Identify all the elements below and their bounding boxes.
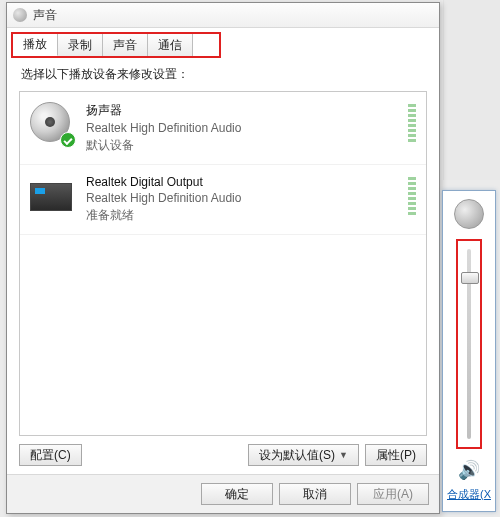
app-icon: [13, 8, 27, 22]
mixer-link[interactable]: 合成器(X: [447, 487, 491, 502]
tab-record[interactable]: 录制: [58, 34, 103, 56]
set-default-button[interactable]: 设为默认值(S) ▼: [248, 444, 359, 466]
spdif-icon: [30, 183, 72, 211]
apply-button[interactable]: 应用(A): [357, 483, 429, 505]
device-item[interactable]: Realtek Digital Output Realtek High Defi…: [20, 165, 426, 235]
volume-slider[interactable]: [467, 249, 471, 439]
titlebar: 声音: [7, 3, 439, 28]
device-text: 扬声器 Realtek High Definition Audio 默认设备: [86, 102, 241, 154]
tab-sound[interactable]: 声音: [103, 34, 148, 56]
dialog-button-row: 确定 取消 应用(A): [7, 474, 439, 513]
level-meter: [408, 175, 416, 215]
device-list[interactable]: 扬声器 Realtek High Definition Audio 默认设备 R…: [19, 91, 427, 436]
device-status: 默认设备: [86, 137, 241, 154]
window-title: 声音: [33, 7, 57, 24]
prompt-text: 选择以下播放设备来修改设置：: [7, 58, 439, 87]
device-driver: Realtek High Definition Audio: [86, 121, 241, 135]
device-name: 扬声器: [86, 102, 241, 119]
ok-button[interactable]: 确定: [201, 483, 273, 505]
device-name: Realtek Digital Output: [86, 175, 241, 189]
device-icon-wrap: [30, 175, 74, 219]
list-button-row: 配置(C) 设为默认值(S) ▼ 属性(P): [7, 436, 439, 474]
sound-dialog: 声音 播放 录制 声音 通信 选择以下播放设备来修改设置： 扬声器 Realte…: [6, 2, 440, 514]
background-artifact: [443, 0, 500, 180]
device-text: Realtek Digital Output Realtek High Defi…: [86, 175, 241, 224]
volume-slider-thumb[interactable]: [461, 272, 479, 284]
level-meter: [408, 102, 416, 142]
tab-playback[interactable]: 播放: [13, 34, 58, 56]
speaker-volume-icon[interactable]: 🔊: [458, 459, 480, 481]
volume-popup: 🔊 合成器(X: [442, 190, 496, 512]
chevron-down-icon: ▼: [339, 450, 348, 460]
device-status: 准备就绪: [86, 207, 241, 224]
set-default-label: 设为默认值(S): [259, 447, 335, 464]
device-driver: Realtek High Definition Audio: [86, 191, 241, 205]
device-icon-wrap: [30, 102, 74, 146]
volume-device-icon[interactable]: [454, 199, 484, 229]
properties-button[interactable]: 属性(P): [365, 444, 427, 466]
slider-highlight: [456, 239, 482, 449]
tab-communication[interactable]: 通信: [148, 34, 193, 56]
tabs-highlight: 播放 录制 声音 通信: [11, 32, 221, 58]
device-item[interactable]: 扬声器 Realtek High Definition Audio 默认设备: [20, 92, 426, 165]
configure-button[interactable]: 配置(C): [19, 444, 82, 466]
default-check-icon: [60, 132, 76, 148]
cancel-button[interactable]: 取消: [279, 483, 351, 505]
